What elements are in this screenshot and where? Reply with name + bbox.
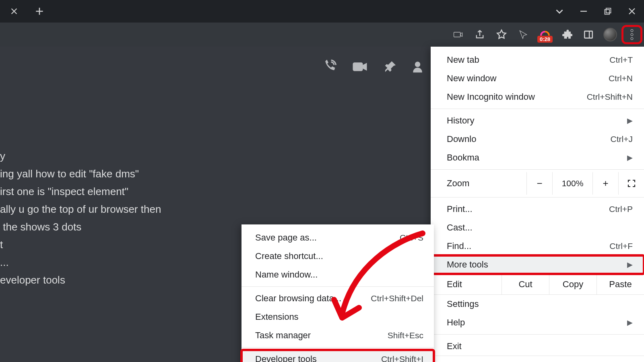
svg-rect-7: [353, 63, 362, 71]
menu-find[interactable]: Find...Ctrl+F: [431, 237, 644, 255]
discord-header-icons: [322, 59, 427, 75]
submenu-clear-data[interactable]: Clear browsing data...Ctrl+Shift+Del: [242, 289, 434, 308]
menu-new-window[interactable]: New windowCtrl+N: [431, 69, 644, 88]
edit-label: Edit: [431, 279, 502, 290]
svg-rect-0: [606, 8, 611, 13]
menu-bookmarks[interactable]: Bookma▶: [431, 148, 644, 167]
more-tools-submenu: Save page as...Ctrl+S Create shortcut...…: [242, 224, 434, 362]
svg-point-8: [415, 62, 420, 67]
submenu-extensions[interactable]: Extensions: [242, 308, 434, 326]
window-close-button[interactable]: [620, 0, 644, 23]
menu-settings[interactable]: Settings: [431, 295, 644, 313]
svg-point-4: [631, 29, 633, 32]
chat-message: y ing yall how to edit "fake dms" irst o…: [0, 147, 161, 289]
camera-icon[interactable]: [448, 25, 469, 44]
menu-edit-row: Edit Cut Copy Paste: [431, 274, 644, 295]
submenu-task-manager[interactable]: Task managerShift+Esc: [242, 326, 434, 345]
submenu-create-shortcut[interactable]: Create shortcut...: [242, 247, 434, 265]
zoom-label: Zoom: [431, 178, 526, 189]
zoom-in-button[interactable]: +: [592, 172, 618, 195]
zoom-value: 100%: [552, 172, 592, 195]
menu-downloads[interactable]: DownloCtrl+J: [431, 130, 644, 148]
svg-point-5: [631, 33, 633, 36]
recording-extension-icon[interactable]: 0:28: [535, 25, 555, 44]
edit-copy[interactable]: Copy: [549, 274, 597, 295]
window-minimize-button[interactable]: [572, 0, 596, 23]
chrome-menu-button[interactable]: [621, 25, 642, 44]
submenu-name-window[interactable]: Name window...: [242, 265, 434, 284]
bookmark-star-icon[interactable]: [491, 25, 512, 44]
tab-close-button[interactable]: [0, 0, 28, 23]
menu-managed[interactable]: Managed by your organization: [431, 356, 644, 362]
chrome-main-menu: New tabCtrl+T New windowCtrl+N New Incog…: [431, 47, 644, 362]
browser-titlebar: [0, 0, 644, 23]
menu-new-tab[interactable]: New tabCtrl+T: [431, 51, 644, 69]
add-friend-icon[interactable]: [412, 60, 427, 74]
menu-print[interactable]: Print...Ctrl+P: [431, 200, 644, 218]
menu-history[interactable]: History▶: [431, 111, 644, 130]
extensions-puzzle-icon[interactable]: [556, 25, 577, 44]
edit-cut[interactable]: Cut: [502, 274, 549, 295]
window-maximize-button[interactable]: [596, 0, 620, 23]
sidepanel-icon[interactable]: [578, 25, 599, 44]
fullscreen-button[interactable]: [618, 172, 644, 195]
svg-rect-1: [605, 10, 610, 14]
profile-avatar[interactable]: [600, 25, 621, 44]
browser-toolbar: 0:28: [0, 23, 644, 47]
svg-point-6: [631, 37, 633, 40]
submenu-developer-tools[interactable]: Developer toolsCtrl+Shift+I: [242, 350, 434, 362]
svg-rect-3: [584, 31, 592, 38]
menu-help[interactable]: Help▶: [431, 313, 644, 332]
menu-zoom-row: Zoom − 100% +: [431, 172, 644, 195]
video-icon[interactable]: [352, 59, 368, 75]
recording-badge: 0:28: [537, 36, 553, 43]
tabs-dropdown-button[interactable]: [547, 0, 572, 23]
submenu-save-page[interactable]: Save page as...Ctrl+S: [242, 228, 434, 247]
menu-more-tools[interactable]: More tools▶: [431, 255, 644, 274]
menu-cast[interactable]: Cast...: [431, 218, 644, 237]
pin-icon[interactable]: [383, 60, 397, 74]
svg-rect-2: [454, 32, 460, 37]
zoom-out-button[interactable]: −: [526, 172, 552, 195]
menu-exit[interactable]: Exit: [431, 337, 644, 356]
cursor-extension-icon[interactable]: [513, 25, 534, 44]
menu-incognito[interactable]: New Incognito windowCtrl+Shift+N: [431, 88, 644, 106]
call-icon[interactable]: [322, 60, 336, 74]
new-tab-button[interactable]: [28, 0, 51, 23]
share-icon[interactable]: [469, 25, 490, 44]
edit-paste[interactable]: Paste: [597, 274, 644, 295]
